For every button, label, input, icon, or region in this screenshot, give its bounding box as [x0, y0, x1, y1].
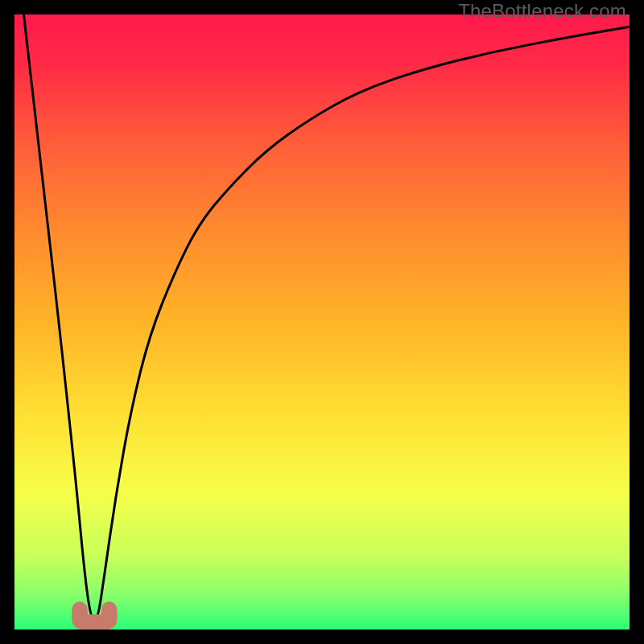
- gradient-background: [14, 14, 630, 630]
- bottleneck-chart: [14, 14, 630, 630]
- watermark-text: TheBottleneck.com: [458, 0, 626, 23]
- chart-frame: [14, 14, 630, 630]
